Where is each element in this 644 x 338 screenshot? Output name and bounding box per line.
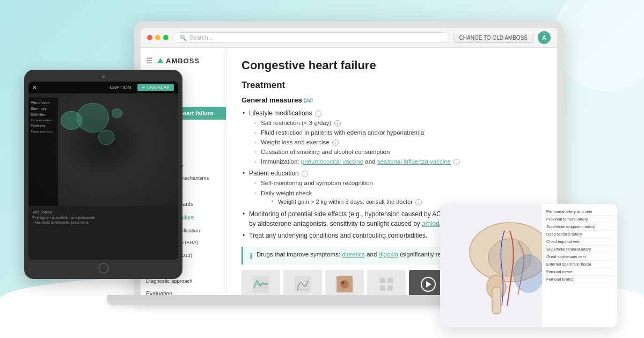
anatomy-label-10: Femoral branch <box>546 276 613 283</box>
weight-gain-info-icon[interactable]: i <box>415 199 422 205</box>
search-icon: 🔍 <box>180 35 186 41</box>
tablet-sidebar-item-summary[interactable]: Summary <box>31 106 56 112</box>
tablet-bottom-label-1: Pneumonia <box>33 209 174 215</box>
sidebar-header: ☰ AMBOSS <box>141 53 226 70</box>
svg-point-21 <box>514 255 544 292</box>
list-item-smoking: Cessation of smoking and alcohol consump… <box>249 147 542 157</box>
lifestyle-subitems: Salt restriction (< 3 g/day) i Fluid res… <box>249 118 542 166</box>
play-button-circle <box>421 277 436 292</box>
svg-rect-10 <box>380 278 385 283</box>
anatomy-label-6: Superficial femoral artery <box>546 246 613 253</box>
salt-info-icon[interactable]: i <box>334 120 341 127</box>
logo-triangle-icon <box>157 58 164 63</box>
bg-blob-right <box>553 0 644 91</box>
treatment-section-title: Treatment <box>241 80 542 91</box>
media-thumb-4[interactable] <box>367 270 406 295</box>
diuretics-link[interactable]: diuretics <box>342 251 365 258</box>
overlay-button[interactable]: ✏ OVERLAY <box>137 84 174 91</box>
general-measures-title: General measures [22] <box>241 96 542 104</box>
logo-text: AMBOSS <box>166 57 200 65</box>
tablet-sidebar-item-features[interactable]: Features <box>31 123 56 129</box>
svg-rect-20 <box>492 287 501 314</box>
tablet-sidebar-item-definition[interactable]: Definition <box>31 112 56 117</box>
play-icon <box>426 281 431 288</box>
patient-ed-info-icon[interactable]: i <box>302 171 308 177</box>
digoxin-link[interactable]: digoxin <box>379 251 398 258</box>
caption-label: CAPTION <box>109 85 131 90</box>
svg-rect-13 <box>387 285 393 291</box>
amboss-logo: AMBOSS <box>157 57 200 65</box>
anatomy-card: Peritoneal artery and vein Proximal femo… <box>440 204 617 327</box>
anatomy-label-7: Great saphenous vein <box>546 253 613 261</box>
change-to-old-button[interactable]: CHANGE TO OLD AMBOSS <box>453 33 533 43</box>
tablet-screen: × CAPTION ✏ OVERLAY Pneumonia Summar <box>28 82 178 260</box>
anatomy-label-8: External spermatic fascia <box>546 261 613 268</box>
pneumococcal-link[interactable]: pneumococcal vaccine <box>301 158 363 165</box>
tablet-home-button[interactable] <box>98 263 109 274</box>
tablet-toolbar: × CAPTION ✏ OVERLAY <box>28 82 178 93</box>
svg-rect-11 <box>387 278 393 283</box>
browser-address-bar[interactable]: 🔍 Search... <box>173 32 449 43</box>
caption-button[interactable]: CAPTION <box>105 84 135 91</box>
immunization-info-icon[interactable]: i <box>453 159 460 165</box>
sidebar-item-eval[interactable]: Evaluation <box>141 287 226 295</box>
maximize-button-dot[interactable] <box>163 35 169 40</box>
anatomy-label-5: Chest inguinal vein <box>546 238 613 246</box>
minimize-button-dot[interactable] <box>155 35 160 40</box>
list-item-lifestyle: Lifestyle modifications i Salt restricti… <box>241 107 542 167</box>
tablet-device: × CAPTION ✏ OVERLAY Pneumonia Summar <box>24 70 182 279</box>
tablet-sidebar-item-types[interactable]: Types and variants <box>31 129 56 134</box>
list-item-patient-ed: Patient education i Self-monitoring and … <box>241 167 542 208</box>
anatomy-label-2: Proximal femoral artery <box>546 216 613 223</box>
anatomy-label-4: Deep femoral artery <box>546 231 613 238</box>
list-item-salt: Salt restriction (< 3 g/day) i <box>249 118 542 128</box>
svg-point-8 <box>341 281 345 284</box>
reference-number: [22] <box>304 98 313 103</box>
tablet-body: × CAPTION ✏ OVERLAY Pneumonia Summar <box>24 70 182 279</box>
ct-highlight-4 <box>112 108 122 118</box>
tablet-bottom-label-2: Findings on auscultation and percussion <box>33 215 174 220</box>
anatomy-image-area: Peritoneal artery and vein Proximal femo… <box>440 204 617 327</box>
svg-point-7 <box>340 280 349 289</box>
search-placeholder: Search... <box>189 34 213 41</box>
user-avatar[interactable]: A <box>538 31 551 44</box>
media-thumb-1[interactable] <box>241 270 280 295</box>
tablet-close-button[interactable]: × <box>33 84 36 91</box>
media-thumb-3[interactable] <box>325 270 364 295</box>
patient-ed-subitems: Self-monitoring and symptom recognition … <box>249 178 542 207</box>
ct-highlight-3 <box>98 130 114 145</box>
tablet-sidebar: Pneumonia Summary Definition Compensatio… <box>28 98 58 206</box>
svg-rect-12 <box>380 285 385 291</box>
media-thumb-2[interactable] <box>283 270 322 295</box>
menu-icon[interactable]: ☰ <box>146 56 153 65</box>
browser-window-controls <box>147 35 169 40</box>
list-item-weight: Weight loss and exercise i <box>249 137 542 147</box>
ct-highlight-2 <box>61 111 82 130</box>
tablet-sidebar-item-pneumonia[interactable]: Pneumonia <box>31 100 56 106</box>
weight-info-icon[interactable]: i <box>332 139 339 146</box>
anatomy-label-9: Femoral nerve <box>546 268 613 276</box>
tablet-toolbar-buttons: CAPTION ✏ OVERLAY <box>105 84 174 91</box>
anatomy-labels-panel: Peritoneal artery and vein Proximal femo… <box>542 204 617 327</box>
tablet-camera <box>102 75 105 78</box>
anatomy-label-1: Peritoneal artery and vein <box>546 208 613 216</box>
tablet-sidebar-item-comp[interactable]: Compensation mechanisms <box>31 117 56 123</box>
ct-scan-area: × CAPTION ✏ OVERLAY Pneumonia Summar <box>28 82 178 206</box>
list-item-fluid: Fluid restriction in patients with edema… <box>249 128 542 137</box>
list-item-selfmon: Self-monitoring and symptom recognition <box>249 178 542 188</box>
browser-bar: 🔍 Search... CHANGE TO OLD AMBOSS A <box>141 28 557 48</box>
article-main-title: Congestive heart failure <box>241 58 542 72</box>
tablet-bottom-panel: Pneumonia Findings on auscultation and p… <box>28 206 178 260</box>
overlay-label: OVERLAY <box>147 85 170 90</box>
info-box-icon: ℹ <box>250 252 252 260</box>
list-item-immunization: Immunization: pneumococcal vaccine and s… <box>249 157 542 166</box>
anatomy-label-3: Superficial epigastric artery <box>546 223 613 231</box>
close-button-dot[interactable] <box>147 35 152 40</box>
lifestyle-info-icon[interactable]: i <box>315 111 321 117</box>
tablet-bottom-label-3: • Manifests as interstitial pneumonia <box>33 220 174 225</box>
influenza-link[interactable]: seasonal influenza vaccine <box>377 158 451 165</box>
